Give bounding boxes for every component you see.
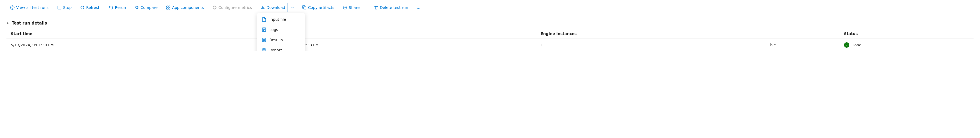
col-header-engine-instances: Engine instances <box>536 29 766 39</box>
col-header-empty <box>766 29 840 39</box>
svg-rect-4 <box>167 8 168 10</box>
logs-label: Logs <box>269 27 278 32</box>
section-title: Test run details <box>12 21 47 26</box>
download-group: Download Input file <box>257 3 298 12</box>
stop-icon <box>57 5 62 10</box>
delete-icon <box>374 5 378 10</box>
copy-artifacts-button[interactable]: Copy artifacts <box>298 3 338 12</box>
configure-metrics-icon <box>212 5 217 10</box>
table-row: 5/13/2024, 9:01:30 PM 5/13/2024, 9:02:38… <box>6 39 974 51</box>
report-label: Report <box>269 48 282 51</box>
svg-rect-3 <box>169 6 170 8</box>
section-header: ∧ Test run details <box>6 15 974 29</box>
app-components-icon <box>166 5 170 10</box>
svg-point-0 <box>11 6 14 10</box>
status-text: Done <box>851 43 861 47</box>
more-button[interactable]: ... <box>413 3 424 12</box>
col-header-end-time: End time <box>271 29 536 39</box>
svg-rect-10 <box>262 48 264 50</box>
done-icon: ✓ <box>844 42 850 48</box>
compare-icon <box>135 5 139 10</box>
main-content: ∧ Test run details Start time End time E… <box>0 15 980 51</box>
copy-icon <box>302 5 307 10</box>
delete-test-run-label: Delete test run <box>380 5 408 10</box>
rerun-label: Rerun <box>115 5 126 10</box>
download-label: Download <box>266 5 285 10</box>
cell-status: ✓ Done <box>840 39 974 51</box>
configure-metrics-button[interactable]: Configure metrics <box>208 3 256 12</box>
back-icon <box>10 5 14 10</box>
chevron-down-icon <box>290 5 295 10</box>
test-run-table: Start time End time Engine instances Sta… <box>6 29 974 51</box>
status-badge: ✓ Done <box>844 42 969 48</box>
delete-test-run-button[interactable]: Delete test run <box>370 3 412 12</box>
configure-metrics-label: Configure metrics <box>218 5 252 10</box>
svg-rect-12 <box>264 48 266 50</box>
collapse-icon[interactable]: ∧ <box>6 21 9 25</box>
dropdown-item-logs[interactable]: Logs <box>257 24 305 35</box>
input-file-label: Input file <box>269 17 286 22</box>
refresh-button[interactable]: Refresh <box>76 3 104 12</box>
file-icon <box>261 17 267 22</box>
compare-label: Compare <box>141 5 158 10</box>
app-components-button[interactable]: App components <box>162 3 208 12</box>
svg-rect-1 <box>58 6 61 9</box>
copy-artifacts-label: Copy artifacts <box>308 5 334 10</box>
toolbar: View all test runs Stop Refresh Rerun <box>0 0 980 15</box>
svg-point-6 <box>214 7 215 8</box>
report-icon <box>261 48 267 51</box>
rerun-icon <box>109 5 113 10</box>
col-header-start-time: Start time <box>6 29 271 39</box>
svg-rect-14 <box>304 7 306 9</box>
results-label: Results <box>269 38 283 42</box>
dropdown-item-results[interactable]: Results <box>257 35 305 45</box>
svg-rect-13 <box>264 51 266 51</box>
cell-start-time: 5/13/2024, 9:01:30 PM <box>6 39 271 51</box>
dropdown-item-input-file[interactable]: Input file <box>257 14 305 24</box>
download-dropdown: Input file Logs <box>257 13 305 51</box>
cell-engine-instances: 1 <box>536 39 766 51</box>
cell-end-time: 5/13/2024, 9:02:38 PM <box>271 39 536 51</box>
download-chevron-button[interactable] <box>287 3 298 12</box>
rerun-button[interactable]: Rerun <box>105 3 130 12</box>
stop-button[interactable]: Stop <box>54 3 76 12</box>
toolbar-divider <box>367 4 367 11</box>
share-icon <box>343 5 347 10</box>
stop-label: Stop <box>63 5 72 10</box>
col-header-status: Status <box>840 29 974 39</box>
refresh-icon <box>80 5 84 10</box>
logs-icon <box>261 27 267 32</box>
results-icon <box>261 37 267 42</box>
refresh-label: Refresh <box>86 5 100 10</box>
share-button[interactable]: Share <box>339 3 363 12</box>
app-components-label: App components <box>172 5 204 10</box>
cell-extra: ble <box>766 39 840 51</box>
download-button[interactable]: Download <box>257 3 287 12</box>
view-all-button[interactable]: View all test runs <box>6 3 52 12</box>
svg-rect-5 <box>169 8 170 10</box>
dropdown-item-report[interactable]: Report <box>257 45 305 51</box>
download-icon <box>261 5 265 10</box>
svg-rect-2 <box>167 6 168 8</box>
compare-button[interactable]: Compare <box>131 3 162 12</box>
more-label: ... <box>417 5 420 10</box>
share-label: Share <box>349 5 360 10</box>
view-all-label: View all test runs <box>16 5 49 10</box>
svg-rect-11 <box>262 51 264 51</box>
